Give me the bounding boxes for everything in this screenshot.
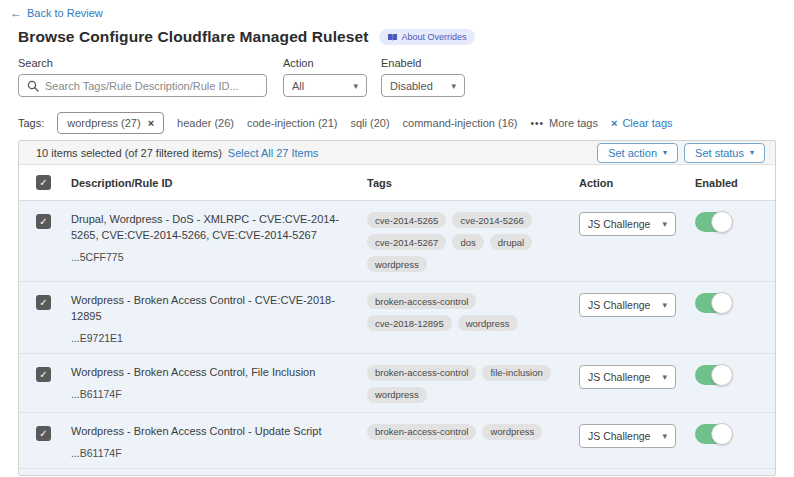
more-tags-button[interactable]: ••• More tags (531, 117, 598, 129)
about-overrides-badge[interactable]: About Overrides (379, 29, 475, 45)
selection-status: 10 items selected (of 27 filtered items) (36, 147, 222, 159)
header-checkbox-cell: ✓ (19, 175, 71, 190)
action-filter-select[interactable]: All ▾ (283, 74, 367, 97)
toggle-knob (711, 423, 733, 445)
tag-chip: dos (452, 234, 483, 250)
row-checkbox-cell: ✓ (19, 424, 71, 459)
row-checkbox[interactable]: ✓ (36, 214, 51, 229)
action-filter-label: Action (283, 57, 367, 69)
page-title: Browse Configure Cloudflare Managed Rule… (18, 28, 369, 46)
tag-chip: cve-2014-5265 (367, 212, 446, 228)
search-label: Search (18, 57, 267, 69)
selected-tag-label: wordpress (27) (67, 117, 140, 129)
enabled-cell (695, 365, 775, 403)
tags-bar: Tags: wordpress (27) × header (26)code-i… (18, 112, 673, 134)
clear-tags-label: Clear tags (622, 117, 672, 129)
tags-cell: broken-access-controlcve-2018-12895wordp… (367, 293, 579, 344)
enabled-toggle[interactable] (695, 424, 732, 444)
action-select[interactable]: JS Challenge ▾ (579, 293, 676, 317)
tags-cell: broken-access-controlwordpress (367, 424, 579, 459)
tag-chip: cve-2014-5267 (367, 234, 446, 250)
set-action-label: Set action (608, 147, 657, 159)
action-select[interactable]: JS Challenge ▾ (579, 365, 676, 389)
tag-chip: wordpress (458, 315, 518, 331)
row-checkbox[interactable]: ✓ (36, 426, 51, 441)
chevron-down-icon: ▾ (663, 148, 667, 157)
back-link-label: Back to Review (27, 7, 103, 19)
enabled-toggle[interactable] (695, 365, 732, 385)
tag-chip: wordpress (367, 256, 427, 272)
tag-filter-link[interactable]: sqli (20) (350, 117, 389, 129)
enabled-toggle[interactable] (695, 212, 732, 232)
enabled-cell (695, 293, 775, 344)
enabled-filter-group: Enabeld Disabled ▾ (381, 57, 465, 97)
rule-description: Drupal, Wordpress - DoS - XMLRPC - CVE:C… (71, 212, 351, 244)
chevron-down-icon: ▾ (662, 300, 667, 310)
tag-chip: broken-access-control (367, 365, 476, 381)
chevron-down-icon: ▾ (662, 372, 667, 382)
action-cell: JS Challenge ▾ (579, 293, 695, 344)
clear-tags-icon: × (611, 118, 617, 129)
clear-tags-button[interactable]: × Clear tags (611, 117, 673, 129)
action-select-value: JS Challenge (588, 371, 650, 383)
search-input[interactable] (45, 80, 258, 92)
tag-filter-link[interactable]: command-injection (16) (403, 117, 518, 129)
set-action-button[interactable]: Set action ▾ (597, 143, 678, 163)
selected-tag-wordpress[interactable]: wordpress (27) × (57, 112, 164, 134)
enabled-filter-value: Disabled (390, 80, 433, 92)
select-all-link[interactable]: Select All 27 Items (228, 147, 319, 159)
rule-id: ...B61174F (71, 388, 351, 400)
column-header-enabled: Enabled (695, 177, 775, 189)
tag-chip: cve-2014-5266 (452, 212, 531, 228)
rule-id: ...B61174F (71, 447, 351, 459)
rule-id: ...5CFF775 (71, 251, 351, 263)
enabled-toggle[interactable] (695, 293, 732, 313)
ellipsis-icon: ••• (531, 118, 545, 129)
back-arrow-icon: ← (10, 7, 22, 19)
table-body: ✓ Drupal, Wordpress - DoS - XMLRPC - CVE… (19, 201, 775, 476)
tags-label: Tags: (18, 117, 44, 129)
column-header-description: Description/Rule ID (71, 177, 367, 189)
select-all-checkbox[interactable]: ✓ (36, 175, 51, 190)
tag-chip: file-inclusion (482, 365, 550, 381)
tag-filter-link[interactable]: code-injection (21) (247, 117, 338, 129)
more-tags-label: More tags (549, 117, 598, 129)
enabled-filter-select[interactable]: Disabled ▾ (381, 74, 465, 97)
action-cell: JS Challenge ▾ (579, 365, 695, 403)
chevron-down-icon: ▾ (451, 81, 456, 91)
chevron-down-icon: ▾ (662, 431, 667, 441)
chevron-down-icon: ▾ (662, 219, 667, 229)
chevron-down-icon: ▾ (750, 148, 754, 157)
table-row: ✓ Wordpress - Broken Access Control, Fil… (19, 354, 775, 413)
row-checkbox-cell: ✓ (19, 212, 71, 272)
table-row: ✓ Wordpress - Code Injection, File Inclu… (19, 469, 775, 476)
set-status-button[interactable]: Set status ▾ (684, 143, 765, 163)
action-select-value: JS Challenge (588, 299, 650, 311)
tag-filter-list: header (26)code-injection (21)sqli (20)c… (177, 117, 517, 129)
remove-tag-icon[interactable]: × (148, 118, 154, 129)
enabled-cell (695, 424, 775, 459)
tags-cell: cve-2014-5265cve-2014-5266cve-2014-5267d… (367, 212, 579, 272)
action-cell: JS Challenge ▾ (579, 424, 695, 459)
tag-chip: wordpress (482, 424, 542, 440)
tag-chip: broken-access-control (367, 293, 476, 309)
back-to-review-link[interactable]: ← Back to Review (10, 7, 103, 19)
toggle-knob (711, 292, 733, 314)
toggle-knob (711, 211, 733, 233)
tag-chip: drupal (490, 234, 532, 250)
action-select[interactable]: JS Challenge ▾ (579, 212, 676, 236)
column-header-tags: Tags (367, 177, 579, 189)
search-filter-group: Search (18, 57, 267, 97)
row-checkbox[interactable]: ✓ (36, 295, 51, 310)
row-checkbox-cell: ✓ (19, 293, 71, 344)
row-checkbox[interactable]: ✓ (36, 367, 51, 382)
tag-chip: wordpress (367, 387, 427, 403)
search-box[interactable] (18, 74, 267, 97)
tags-cell: broken-access-controlfile-inclusionwordp… (367, 365, 579, 403)
rule-description: Wordpress - Broken Access Control, File … (71, 365, 351, 381)
rule-id: ...E9721E1 (71, 332, 351, 344)
action-select[interactable]: JS Challenge ▾ (579, 424, 676, 448)
tag-filter-link[interactable]: header (26) (177, 117, 234, 129)
description-cell: Wordpress - Broken Access Control - CVE:… (71, 293, 367, 344)
tag-chip: broken-access-control (367, 424, 476, 440)
